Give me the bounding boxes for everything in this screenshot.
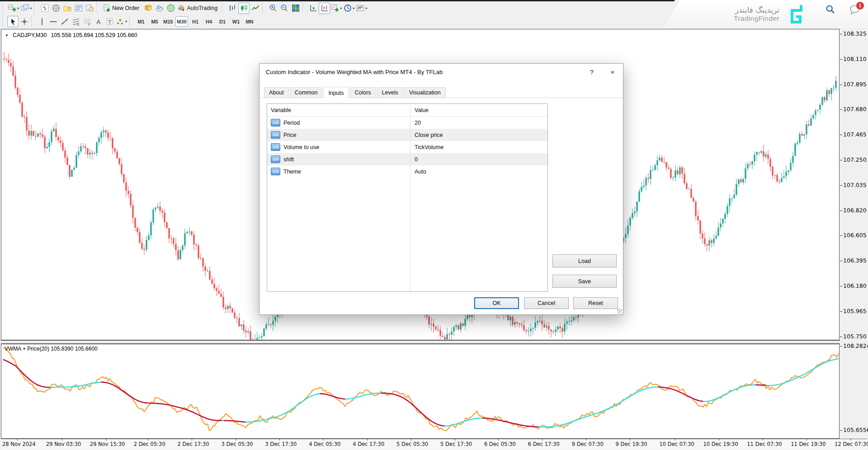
tile-windows-button[interactable] [290, 3, 301, 14]
autotrading-icon [177, 4, 185, 12]
timeframe-H4[interactable]: H4 [203, 16, 215, 27]
tab-colors[interactable]: Colors [349, 87, 376, 98]
zoom-out-button[interactable] [278, 3, 290, 14]
timeframe-M15[interactable]: M15 [162, 16, 175, 27]
ok-button[interactable]: OK [474, 297, 519, 309]
toolbar-separator [2, 3, 5, 13]
fibonacci-button[interactable]: F [81, 16, 93, 27]
chart-symbol: CADJPY,M30 [13, 32, 47, 38]
header-variable: Variable [267, 107, 410, 113]
reset-button[interactable]: Reset [573, 297, 618, 309]
tab-inputs[interactable]: Inputs [323, 87, 349, 98]
candlestick-icon [240, 4, 248, 12]
candlestick-button[interactable] [238, 3, 250, 14]
chevron-down-icon[interactable]: ▾ [365, 6, 367, 10]
text-label-button[interactable]: T [104, 16, 115, 27]
chevron-down-icon[interactable]: ▾ [340, 6, 342, 10]
text-button[interactable]: A [93, 16, 104, 27]
price-axis[interactable]: 108.2824 105.6556 108.325108.110107.8951… [840, 0, 868, 450]
close-button[interactable]: × [602, 64, 623, 80]
bar-chart-button[interactable] [227, 3, 238, 14]
indicator-panel[interactable]: VWMA + Price(20) 105.8390 105.6600 [1, 344, 840, 439]
crosshair-button[interactable] [19, 16, 30, 27]
timeframe-W1[interactable]: W1 [230, 16, 242, 27]
templates-button[interactable]: ▾ [355, 3, 368, 14]
top-border-line [0, 0, 675, 1]
help-button[interactable]: ? [581, 64, 602, 80]
trendline-button[interactable] [59, 16, 70, 27]
chevron-down-icon[interactable]: ▾ [30, 6, 32, 10]
timeframe-M1[interactable]: M1 [135, 16, 147, 27]
periods-button[interactable]: ▾ [343, 3, 355, 14]
metaeditor-button[interactable] [142, 3, 154, 14]
table-row[interactable]: 123Volume to useTickVolume [267, 141, 547, 153]
timeframe-MN[interactable]: MN [243, 16, 256, 27]
cursor-button[interactable] [7, 16, 19, 27]
data-window-button[interactable] [50, 3, 61, 14]
table-row[interactable]: 123PriceClose price [267, 129, 547, 141]
symbol-dropdown-icon[interactable]: ▼ [5, 33, 9, 38]
auto-scroll-button[interactable] [307, 3, 319, 14]
chevron-down-icon[interactable]: ▾ [125, 19, 127, 23]
variable-value[interactable]: TickVolume [410, 144, 547, 150]
dialog-title: Custom Indicator - Volume Weighted MA wi… [266, 69, 443, 75]
time-axis-label: 11 Dec 19:30 [791, 441, 826, 447]
line-chart-button[interactable] [250, 3, 261, 14]
new-order-button[interactable]: New Order [102, 3, 142, 14]
market-button[interactable] [165, 3, 176, 14]
table-row[interactable]: 123Period20 [267, 117, 547, 129]
time-axis[interactable]: 28 Nov 202429 Nov 03:3029 Nov 15:302 Dec… [1, 439, 867, 450]
variable-value[interactable]: Close price [410, 132, 547, 138]
timeframe-H1[interactable]: H1 [189, 16, 202, 27]
timeframe-M5[interactable]: M5 [148, 16, 161, 27]
dialog-titlebar[interactable]: Custom Indicator - Volume Weighted MA wi… [259, 64, 623, 80]
horizontal-line-button[interactable] [47, 16, 59, 27]
tab-levels[interactable]: Levels [377, 87, 403, 98]
variable-value[interactable]: 0 [410, 156, 547, 163]
save-button[interactable]: Save [552, 275, 617, 288]
toolbar-separator [2, 17, 5, 27]
chat-button[interactable]: 1 [849, 4, 861, 15]
cancel-button[interactable]: Cancel [524, 297, 569, 309]
community-button[interactable] [154, 3, 165, 14]
bar-chart-icon [229, 4, 237, 12]
zoom-in-button[interactable] [267, 3, 278, 14]
load-button[interactable]: Load [552, 254, 617, 267]
new-order-button-label: New Order [112, 5, 139, 11]
indicator-chart[interactable] [1, 344, 839, 438]
resize-grip[interactable] [617, 309, 622, 314]
new-chart-button[interactable]: ▾ [7, 3, 20, 14]
table-row[interactable]: 123ThemeAuto [267, 165, 547, 178]
fibonacci-icon: F [83, 18, 91, 26]
tab-common[interactable]: Common [290, 87, 323, 98]
shapes-button[interactable]: ▾ [115, 16, 128, 27]
terminal-button[interactable] [73, 3, 84, 14]
new-chart-icon [8, 4, 16, 12]
chevron-down-icon[interactable]: ▾ [17, 6, 19, 10]
profiles-button[interactable]: ▾ [20, 3, 33, 14]
chart-shift-button[interactable] [319, 3, 330, 14]
indicators-button[interactable]: ▾ [330, 3, 343, 14]
panel-splitter[interactable] [1, 340, 840, 344]
table-row[interactable]: 123shift0 [267, 153, 547, 165]
variable-name: Volume to use [283, 144, 319, 150]
variable-value[interactable]: Auto [410, 169, 547, 175]
timeframe-M30[interactable]: M30 [175, 16, 188, 27]
search-button[interactable] [825, 4, 836, 15]
variable-value[interactable]: 20 [410, 120, 547, 126]
autotrading-button[interactable]: AutoTrading [176, 3, 221, 14]
timeframe-D1[interactable]: D1 [216, 16, 229, 27]
tab-about[interactable]: About [264, 87, 289, 98]
navigator-button[interactable] [61, 3, 73, 14]
tab-visualization[interactable]: Visualization [404, 87, 446, 98]
strategy-tester-button[interactable] [84, 3, 95, 14]
toolbar-separator [34, 3, 37, 13]
market-watch-button[interactable] [39, 3, 50, 14]
time-axis-label: 5 Dec 05:30 [396, 441, 428, 447]
chevron-down-icon[interactable]: ▾ [353, 6, 354, 10]
channel-button[interactable]: E [70, 16, 81, 27]
price-axis-label: 107.250 [843, 156, 867, 163]
vertical-line-button[interactable] [36, 16, 47, 27]
indicator-dialog: Custom Indicator - Volume Weighted MA wi… [259, 63, 623, 315]
brand-panel: تریدینگ فایندر TradingFinder 1 [664, 0, 868, 28]
